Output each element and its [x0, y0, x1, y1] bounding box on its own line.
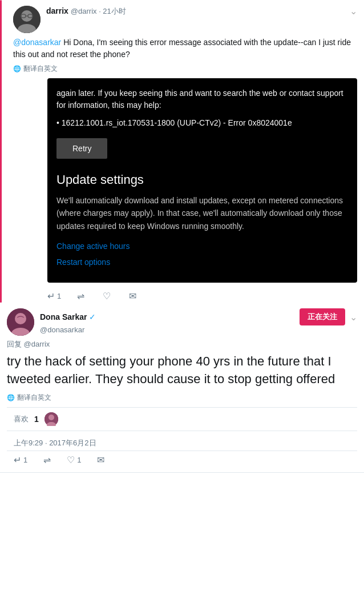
like-action-2[interactable]: ♡ 1	[67, 455, 81, 465]
change-active-hours-link[interactable]: Change active hours	[56, 242, 348, 251]
chevron-down-icon-2[interactable]: ⌄	[350, 312, 357, 323]
update-panel: again later. If you keep seeing this and…	[47, 78, 357, 283]
translate-link-2[interactable]: 🌐 翻译自英文	[7, 393, 357, 403]
tweet-2-user-info: Dona Sarkar ✓ 正在关注 ⌄ @donasarkar	[40, 308, 357, 334]
tweet-1-container: darrix @darrix · 21小时 ⌄ @donasarkar Hi D…	[0, 0, 364, 303]
svg-point-10	[48, 415, 54, 420]
like-count-2: 1	[77, 456, 81, 464]
reply-action[interactable]: ↵ 1	[47, 291, 61, 301]
dm-action-2[interactable]: ✉	[97, 455, 104, 465]
tweet-2-container: Dona Sarkar ✓ 正在关注 ⌄ @donasarkar 回复 @dar…	[0, 303, 364, 473]
translate-icon: 🌐	[13, 65, 21, 73]
reply-action-2[interactable]: ↵ 1	[14, 455, 27, 465]
dona-username: Dona Sarkar	[40, 312, 87, 321]
likes-row: 喜欢 1	[14, 412, 350, 426]
restart-options-link[interactable]: Restart options	[56, 258, 348, 267]
reply-icon: ↵	[47, 291, 55, 301]
tweet-1-content: darrix @darrix · 21小时 ⌄ @donasarkar Hi D…	[6, 0, 364, 303]
reply-to: 回复 @darrix	[7, 339, 357, 349]
tweet-1-header: darrix @darrix · 21小时 ⌄	[13, 6, 357, 33]
verified-badge: ✓	[89, 312, 96, 321]
retry-button[interactable]: Retry	[56, 138, 107, 159]
chevron-down-icon[interactable]: ⌄	[350, 6, 357, 17]
tweet-1-username: darrix	[46, 6, 68, 15]
dona-avatar	[7, 308, 34, 336]
reply-icon-2: ↵	[14, 455, 21, 465]
error-text: again later. If you keep seeing this and…	[56, 87, 348, 111]
tweet-1-text: @donasarkar Hi Dona, I'm seeing this err…	[13, 37, 357, 61]
like-icon: ♡	[103, 291, 111, 301]
like-icon-2: ♡	[67, 455, 75, 465]
avatar	[13, 6, 41, 33]
dm-icon-2: ✉	[97, 455, 104, 465]
retweet-icon-2: ⇌	[43, 455, 51, 465]
like-action[interactable]: ♡	[103, 291, 113, 301]
dona-handle: @donasarkar	[40, 325, 357, 334]
tweet-2-text: try the hack of setting your phone 40 yr…	[7, 353, 357, 388]
error-code: • 16212.1001.rs_iot.170531-1800 (UUP-CTv…	[56, 117, 348, 129]
tweet-1-handle-time: @darrix · 21小时	[71, 7, 126, 15]
reply-count: 1	[57, 292, 61, 300]
mention-link[interactable]: @donasarkar	[13, 38, 61, 47]
like-avatar	[45, 412, 58, 426]
tweet-1-user-info: darrix @darrix · 21小时 ⌄	[46, 6, 357, 17]
tweet-2-header: Dona Sarkar ✓ 正在关注 ⌄ @donasarkar	[7, 308, 357, 336]
tweet-1-actions: ↵ 1 ⇌ ♡ ✉	[13, 287, 357, 303]
timestamp: 上午9:29 · 2017年6月2日	[7, 433, 357, 451]
tweet-2-actions: ↵ 1 ⇌ ♡ 1 ✉	[7, 451, 357, 469]
dm-icon: ✉	[129, 291, 136, 301]
retweet-action[interactable]: ⇌	[77, 291, 87, 301]
dm-action[interactable]: ✉	[129, 291, 136, 301]
likes-section: 喜欢 1	[7, 407, 357, 431]
active-indicator	[0, 0, 2, 303]
update-settings-text: We'll automatically download and install…	[56, 194, 348, 232]
update-settings-title: Update settings	[56, 172, 348, 187]
likes-label: 喜欢	[14, 414, 29, 424]
likes-count: 1	[34, 415, 39, 424]
dona-name-group: Dona Sarkar ✓	[40, 312, 96, 321]
dona-name-row: Dona Sarkar ✓ 正在关注 ⌄	[40, 308, 357, 325]
following-button[interactable]: 正在关注	[300, 308, 345, 325]
svg-point-7	[15, 313, 26, 324]
translate-icon-2: 🌐	[7, 394, 15, 401]
reply-count-2: 1	[23, 456, 27, 464]
retweet-action-2[interactable]: ⇌	[43, 455, 51, 465]
retweet-icon: ⇌	[77, 291, 84, 301]
translate-link-1[interactable]: 🌐 翻译自英文	[13, 64, 357, 74]
